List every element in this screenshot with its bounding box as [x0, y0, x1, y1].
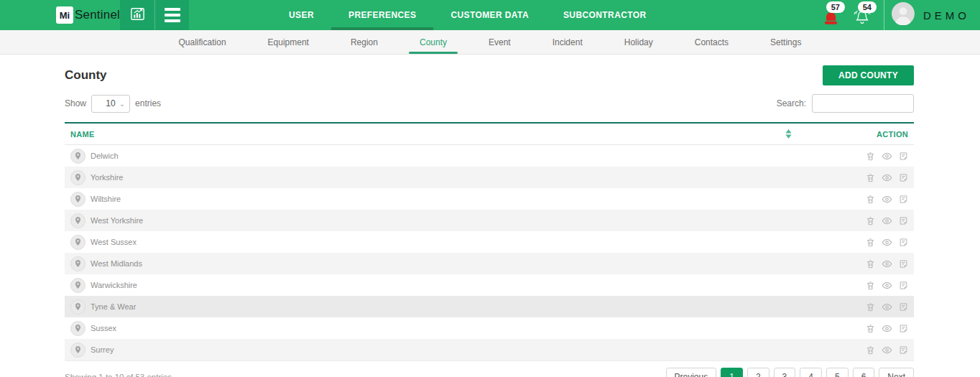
county-name: Tyne & Wear — [91, 302, 136, 311]
view-icon[interactable] — [882, 152, 892, 161]
delete-icon[interactable] — [866, 281, 875, 290]
pagination-page-4[interactable]: 4 — [800, 368, 822, 377]
county-name: West Yorkshire — [91, 216, 143, 225]
location-pin-icon — [70, 321, 85, 336]
view-icon[interactable] — [882, 195, 892, 204]
sort-icon[interactable] — [785, 129, 792, 139]
pagination-page-2[interactable]: 2 — [747, 368, 769, 377]
hamburger-icon — [165, 8, 180, 22]
table-row: Yorkshire — [65, 167, 914, 188]
subnav-item-equipment[interactable]: Equipment — [247, 30, 330, 54]
subnav-item-holiday[interactable]: Holiday — [604, 30, 674, 54]
county-name: Warwickshire — [91, 281, 137, 289]
dashboard-chart-button[interactable] — [120, 0, 154, 30]
pagination-page-5[interactable]: 5 — [826, 368, 849, 377]
edit-icon[interactable] — [899, 281, 908, 290]
edit-icon[interactable] — [899, 238, 908, 247]
table-row: West Midlands — [65, 253, 914, 274]
view-icon[interactable] — [882, 345, 892, 355]
view-icon[interactable] — [882, 259, 892, 269]
search-input[interactable] — [812, 94, 914, 113]
user-avatar[interactable] — [892, 0, 915, 30]
subnav-item-event[interactable]: Event — [468, 30, 532, 54]
subnav-item-qualification[interactable]: Qualification — [158, 30, 247, 54]
nav-item-customer-data[interactable]: CUSTOMER DATA — [433, 0, 546, 30]
table-row: Sussex — [65, 317, 914, 339]
nav-item-preferences[interactable]: PREFERENCES — [331, 0, 433, 30]
edit-icon[interactable] — [899, 173, 908, 182]
app-header: Mi Sentinel USERPREFERENCESCUSTOMER DATA… — [0, 0, 980, 30]
view-icon[interactable] — [882, 302, 892, 312]
table-row: West Yorkshire — [65, 210, 914, 231]
pagination-page-1[interactable]: 1 — [721, 368, 743, 377]
county-table: NAME ACTION DelwichYorkshireWiltshireWes… — [65, 122, 914, 361]
subnav-item-county[interactable]: County — [399, 30, 468, 54]
view-icon[interactable] — [882, 238, 892, 247]
page-title: County — [65, 68, 107, 83]
edit-icon[interactable] — [899, 324, 908, 333]
chevron-down-icon: ⌄ — [119, 100, 125, 108]
alarm-count-badge: 57 — [826, 1, 845, 13]
pagination: Previous123456Next — [666, 368, 915, 377]
header-right: 57 54 — [815, 0, 980, 30]
edit-icon[interactable] — [899, 152, 908, 161]
view-icon[interactable] — [882, 324, 892, 333]
pagination-previous-button[interactable]: Previous — [666, 368, 717, 377]
table-row: Tyne & Wear — [65, 296, 914, 317]
table-row: Surrey — [65, 339, 914, 360]
page-size-select[interactable]: 10 ⌄ — [91, 95, 130, 113]
nav-item-subcontractor[interactable]: SUBCONTRACTOR — [546, 0, 664, 30]
subnav-item-contacts[interactable]: Contacts — [674, 30, 749, 54]
edit-icon[interactable] — [899, 195, 908, 204]
delete-icon[interactable] — [866, 345, 875, 355]
county-name: West Midlands — [91, 259, 142, 268]
subnav-item-region[interactable]: Region — [330, 30, 399, 54]
avatar-icon — [892, 2, 915, 28]
edit-icon[interactable] — [899, 259, 908, 269]
county-name: West Sussex — [91, 238, 137, 246]
delete-icon[interactable] — [866, 259, 875, 269]
search-label: Search: — [777, 98, 806, 108]
delete-icon[interactable] — [866, 152, 875, 161]
alarm-button[interactable]: 57 — [815, 0, 846, 30]
view-icon[interactable] — [882, 216, 892, 225]
pagination-page-6[interactable]: 6 — [853, 368, 875, 377]
menu-button[interactable] — [154, 0, 189, 30]
delete-icon[interactable] — [866, 216, 875, 225]
county-name: Yorkshire — [91, 173, 123, 182]
edit-icon[interactable] — [899, 216, 908, 225]
preferences-subnav: QualificationEquipmentRegionCountyEventI… — [0, 30, 980, 55]
table-body: DelwichYorkshireWiltshireWest YorkshireW… — [65, 145, 914, 360]
nav-item-user[interactable]: USER — [272, 0, 331, 30]
county-name: Delwich — [91, 152, 119, 160]
delete-icon[interactable] — [866, 238, 875, 247]
header-divider — [884, 0, 884, 30]
delete-icon[interactable] — [866, 302, 875, 312]
user-name-label[interactable]: DEMO — [923, 0, 970, 30]
location-pin-icon — [70, 192, 85, 207]
entries-label: entries — [135, 98, 161, 108]
edit-icon[interactable] — [899, 302, 908, 312]
add-county-button[interactable]: ADD COUNTY — [823, 65, 914, 85]
view-icon[interactable] — [882, 281, 892, 290]
subnav-item-incident[interactable]: Incident — [532, 30, 604, 54]
search-control: Search: — [777, 94, 914, 113]
location-pin-icon — [70, 299, 85, 315]
logo-mark: Mi — [56, 6, 73, 24]
name-column-header[interactable]: NAME — [70, 130, 95, 139]
view-icon[interactable] — [882, 173, 892, 182]
delete-icon[interactable] — [866, 173, 875, 182]
page-size-value: 10 — [106, 98, 115, 108]
app-logo[interactable]: Mi Sentinel — [0, 0, 120, 30]
page-size-control: Show 10 ⌄ entries — [65, 95, 161, 113]
county-name: Wiltshire — [91, 195, 121, 203]
edit-icon[interactable] — [899, 345, 908, 355]
subnav-item-settings[interactable]: Settings — [749, 30, 822, 54]
delete-icon[interactable] — [866, 324, 875, 333]
pagination-next-button[interactable]: Next — [879, 368, 914, 377]
pagination-page-3[interactable]: 3 — [774, 368, 796, 377]
delete-icon[interactable] — [866, 195, 875, 204]
notifications-button[interactable]: 54 — [846, 0, 878, 30]
location-pin-icon — [70, 235, 85, 250]
table-row: Delwich — [65, 145, 914, 167]
